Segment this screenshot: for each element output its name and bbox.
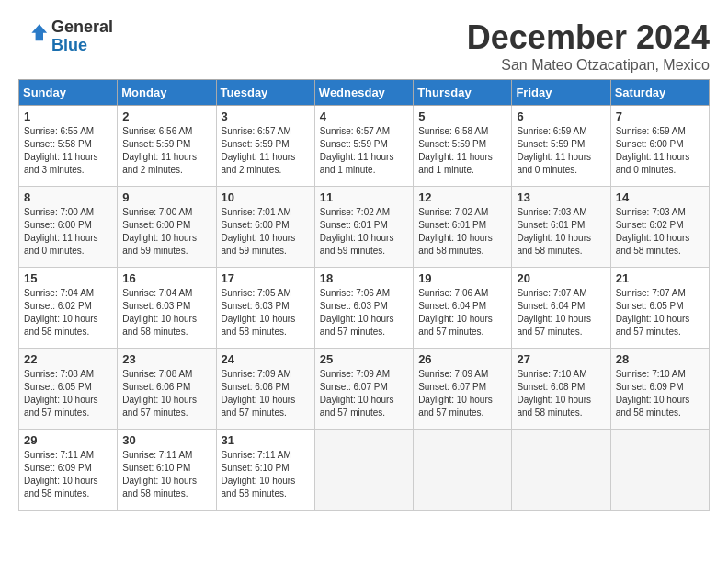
day-number: 2 xyxy=(122,109,210,123)
day-number: 29 xyxy=(24,433,112,447)
cell-content: Sunrise: 7:03 AMSunset: 6:01 PMDaylight:… xyxy=(517,206,605,258)
day-number: 7 xyxy=(616,109,704,123)
cell-content: Sunrise: 6:57 AMSunset: 5:59 PMDaylight:… xyxy=(320,125,408,177)
day-cell-25: 25 Sunrise: 7:09 AMSunset: 6:07 PMDaylig… xyxy=(314,349,413,430)
cell-content: Sunrise: 7:07 AMSunset: 6:04 PMDaylight:… xyxy=(517,287,605,339)
header-tuesday: Tuesday xyxy=(216,80,314,106)
day-cell-30: 30 Sunrise: 7:11 AMSunset: 6:10 PMDaylig… xyxy=(118,430,216,511)
empty-cell xyxy=(314,430,413,511)
day-number: 23 xyxy=(122,352,210,366)
day-number: 14 xyxy=(616,190,704,204)
cell-content: Sunrise: 7:06 AMSunset: 6:04 PMDaylight:… xyxy=(418,287,506,339)
week-row-3: 15 Sunrise: 7:04 AMSunset: 6:02 PMDaylig… xyxy=(19,268,710,349)
day-number: 24 xyxy=(222,352,310,366)
day-cell-2: 2 Sunrise: 6:56 AMSunset: 5:59 PMDayligh… xyxy=(118,106,216,187)
day-cell-6: 6 Sunrise: 6:59 AMSunset: 5:59 PMDayligh… xyxy=(512,106,610,187)
header-wednesday: Wednesday xyxy=(314,80,413,106)
day-number: 27 xyxy=(517,352,605,366)
day-cell-16: 16 Sunrise: 7:04 AMSunset: 6:03 PMDaylig… xyxy=(118,268,216,349)
day-number: 26 xyxy=(418,352,506,366)
logo-svg xyxy=(18,20,51,53)
day-cell-17: 17 Sunrise: 7:05 AMSunset: 6:03 PMDaylig… xyxy=(216,268,314,349)
day-cell-3: 3 Sunrise: 6:57 AMSunset: 5:59 PMDayligh… xyxy=(216,106,314,187)
day-cell-18: 18 Sunrise: 7:06 AMSunset: 6:03 PMDaylig… xyxy=(314,268,413,349)
header-friday: Friday xyxy=(512,80,610,106)
header-sunday: Sunday xyxy=(19,80,118,106)
day-number: 30 xyxy=(122,433,210,447)
empty-cell xyxy=(512,430,610,511)
day-cell-24: 24 Sunrise: 7:09 AMSunset: 6:06 PMDaylig… xyxy=(216,349,314,430)
header-saturday: Saturday xyxy=(610,80,709,106)
day-number: 19 xyxy=(418,271,506,285)
day-cell-15: 15 Sunrise: 7:04 AMSunset: 6:02 PMDaylig… xyxy=(19,268,118,349)
day-number: 4 xyxy=(320,109,408,123)
week-row-2: 8 Sunrise: 7:00 AMSunset: 6:00 PMDayligh… xyxy=(19,187,710,268)
cell-content: Sunrise: 7:11 AMSunset: 6:09 PMDaylight:… xyxy=(24,449,112,500)
header-thursday: Thursday xyxy=(414,80,512,106)
cell-content: Sunrise: 7:11 AMSunset: 6:10 PMDaylight:… xyxy=(122,449,210,500)
day-number: 11 xyxy=(320,190,408,204)
day-number: 9 xyxy=(122,190,210,204)
day-number: 3 xyxy=(222,109,310,123)
cell-content: Sunrise: 7:00 AMSunset: 6:00 PMDaylight:… xyxy=(24,206,112,258)
day-number: 18 xyxy=(320,271,408,285)
day-cell-8: 8 Sunrise: 7:00 AMSunset: 6:00 PMDayligh… xyxy=(19,187,118,268)
day-number: 20 xyxy=(517,271,605,285)
day-cell-7: 7 Sunrise: 6:59 AMSunset: 6:00 PMDayligh… xyxy=(610,106,709,187)
cell-content: Sunrise: 6:59 AMSunset: 6:00 PMDaylight:… xyxy=(616,125,704,177)
empty-cell xyxy=(610,430,709,511)
day-number: 1 xyxy=(24,109,112,123)
cell-content: Sunrise: 7:08 AMSunset: 6:05 PMDaylight:… xyxy=(24,368,112,419)
cell-content: Sunrise: 6:58 AMSunset: 5:59 PMDaylight:… xyxy=(418,125,506,177)
cell-content: Sunrise: 7:01 AMSunset: 6:00 PMDaylight:… xyxy=(222,206,310,258)
cell-content: Sunrise: 7:00 AMSunset: 6:00 PMDaylight:… xyxy=(122,206,210,258)
day-number: 15 xyxy=(24,271,112,285)
cell-content: Sunrise: 7:09 AMSunset: 6:06 PMDaylight:… xyxy=(222,368,310,419)
day-cell-21: 21 Sunrise: 7:07 AMSunset: 6:05 PMDaylig… xyxy=(610,268,709,349)
day-number: 12 xyxy=(418,190,506,204)
day-number: 22 xyxy=(24,352,112,366)
cell-content: Sunrise: 7:03 AMSunset: 6:02 PMDaylight:… xyxy=(616,206,704,258)
day-cell-27: 27 Sunrise: 7:10 AMSunset: 6:08 PMDaylig… xyxy=(512,349,610,430)
cell-content: Sunrise: 7:07 AMSunset: 6:05 PMDaylight:… xyxy=(616,287,704,339)
day-cell-20: 20 Sunrise: 7:07 AMSunset: 6:04 PMDaylig… xyxy=(512,268,610,349)
cell-content: Sunrise: 6:59 AMSunset: 5:59 PMDaylight:… xyxy=(517,125,605,177)
day-number: 25 xyxy=(320,352,408,366)
day-cell-22: 22 Sunrise: 7:08 AMSunset: 6:05 PMDaylig… xyxy=(19,349,118,430)
cell-content: Sunrise: 6:56 AMSunset: 5:59 PMDaylight:… xyxy=(122,125,210,177)
cell-content: Sunrise: 7:09 AMSunset: 6:07 PMDaylight:… xyxy=(418,368,506,419)
day-cell-4: 4 Sunrise: 6:57 AMSunset: 5:59 PMDayligh… xyxy=(314,106,413,187)
logo-general-text: GeneralBlue xyxy=(51,18,113,55)
cell-content: Sunrise: 6:57 AMSunset: 5:59 PMDaylight:… xyxy=(222,125,310,177)
day-cell-9: 9 Sunrise: 7:00 AMSunset: 6:00 PMDayligh… xyxy=(118,187,216,268)
cell-content: Sunrise: 7:05 AMSunset: 6:03 PMDaylight:… xyxy=(222,287,310,339)
cell-content: Sunrise: 7:02 AMSunset: 6:01 PMDaylight:… xyxy=(418,206,506,258)
day-cell-14: 14 Sunrise: 7:03 AMSunset: 6:02 PMDaylig… xyxy=(610,187,709,268)
month-title: December 2024 xyxy=(467,18,710,57)
day-cell-12: 12 Sunrise: 7:02 AMSunset: 6:01 PMDaylig… xyxy=(414,187,512,268)
cell-content: Sunrise: 7:10 AMSunset: 6:08 PMDaylight:… xyxy=(517,368,605,419)
cell-content: Sunrise: 7:04 AMSunset: 6:03 PMDaylight:… xyxy=(122,287,210,339)
cell-content: Sunrise: 7:09 AMSunset: 6:07 PMDaylight:… xyxy=(320,368,408,419)
cell-content: Sunrise: 7:11 AMSunset: 6:10 PMDaylight:… xyxy=(222,449,310,500)
day-number: 6 xyxy=(517,109,605,123)
calendar-table: SundayMondayTuesdayWednesdayThursdayFrid… xyxy=(18,79,710,511)
week-row-1: 1 Sunrise: 6:55 AMSunset: 5:58 PMDayligh… xyxy=(19,106,710,187)
cell-content: Sunrise: 7:10 AMSunset: 6:09 PMDaylight:… xyxy=(616,368,704,419)
day-cell-19: 19 Sunrise: 7:06 AMSunset: 6:04 PMDaylig… xyxy=(414,268,512,349)
calendar-header-row: SundayMondayTuesdayWednesdayThursdayFrid… xyxy=(19,80,710,106)
day-cell-31: 31 Sunrise: 7:11 AMSunset: 6:10 PMDaylig… xyxy=(216,430,314,511)
day-number: 31 xyxy=(222,433,310,447)
day-cell-23: 23 Sunrise: 7:08 AMSunset: 6:06 PMDaylig… xyxy=(118,349,216,430)
day-cell-28: 28 Sunrise: 7:10 AMSunset: 6:09 PMDaylig… xyxy=(610,349,709,430)
day-number: 28 xyxy=(616,352,704,366)
day-cell-10: 10 Sunrise: 7:01 AMSunset: 6:00 PMDaylig… xyxy=(216,187,314,268)
cell-content: Sunrise: 6:55 AMSunset: 5:58 PMDaylight:… xyxy=(24,125,112,177)
day-number: 5 xyxy=(418,109,506,123)
header: GeneralBlue December 2024 San Mateo Otza… xyxy=(18,18,710,74)
day-cell-5: 5 Sunrise: 6:58 AMSunset: 5:59 PMDayligh… xyxy=(414,106,512,187)
day-number: 21 xyxy=(616,271,704,285)
day-number: 17 xyxy=(222,271,310,285)
header-monday: Monday xyxy=(118,80,216,106)
page-container: GeneralBlue December 2024 San Mateo Otza… xyxy=(18,18,710,511)
